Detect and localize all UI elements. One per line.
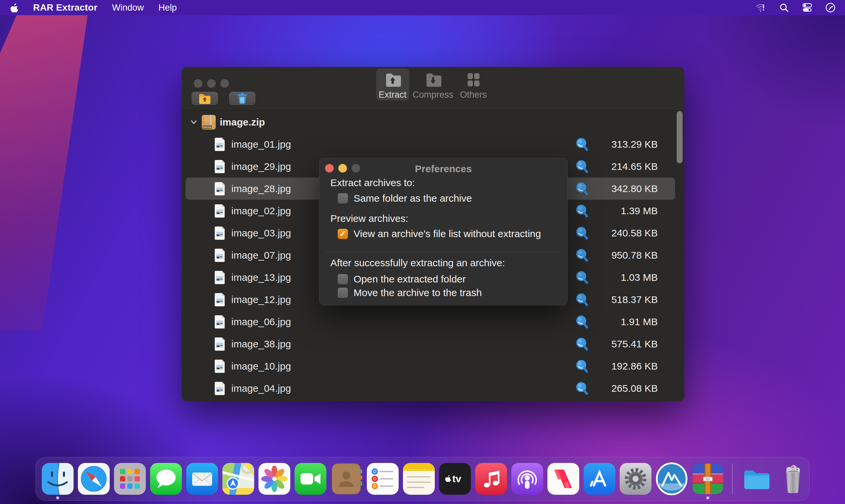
archive-name: image.zip bbox=[220, 116, 265, 128]
trash-blue-icon bbox=[237, 93, 247, 104]
file-row[interactable]: image_01.jpg 313.29 KB bbox=[186, 133, 675, 155]
tab-compress[interactable]: Compress bbox=[417, 69, 450, 100]
file-row[interactable]: image_06.jpg 1.91 MB bbox=[186, 311, 675, 333]
quicklook-icon[interactable] bbox=[575, 337, 589, 351]
dock-item-system-preferences[interactable] bbox=[619, 460, 652, 498]
dock-item-safari[interactable] bbox=[77, 460, 110, 498]
checkbox-same-folder[interactable] bbox=[338, 193, 348, 204]
file-size: 1.03 MB bbox=[595, 272, 658, 283]
section-extract-to-label: Extract archives to: bbox=[330, 177, 415, 188]
dock-item-reminders[interactable] bbox=[366, 460, 399, 498]
dock-item-apple-tv[interactable]: tv bbox=[438, 460, 472, 498]
checkbox-move-to-trash[interactable] bbox=[338, 288, 348, 298]
dock-item-contacts[interactable] bbox=[330, 460, 363, 498]
scrollbar-thumb[interactable] bbox=[677, 111, 683, 163]
quicklook-icon[interactable] bbox=[575, 315, 589, 329]
close-button[interactable] bbox=[194, 79, 203, 88]
dock-item-trash[interactable] bbox=[776, 460, 810, 498]
dock-item-app-store[interactable] bbox=[583, 460, 616, 498]
app-store-icon bbox=[583, 462, 616, 496]
quicklook-icon[interactable] bbox=[575, 381, 589, 395]
dock-item-mail[interactable] bbox=[186, 460, 219, 498]
messages-icon bbox=[149, 462, 182, 496]
dock-item-news[interactable] bbox=[547, 460, 580, 498]
quicklook-icon[interactable] bbox=[575, 204, 589, 218]
control-center-icon[interactable] bbox=[802, 2, 812, 13]
menu-bar: RAR Extractor Window Help bbox=[0, 0, 845, 15]
tab-extract[interactable]: Extract bbox=[376, 69, 409, 100]
file-row[interactable]: image_10.jpg 192.86 KB bbox=[186, 355, 675, 377]
tab-others[interactable]: Others bbox=[457, 69, 490, 100]
quicklook-icon[interactable] bbox=[575, 160, 589, 174]
folder-down-icon bbox=[424, 71, 442, 88]
file-size: 214.65 KB bbox=[595, 161, 658, 172]
apple-menu-icon[interactable] bbox=[10, 3, 19, 13]
file-size: 240.58 KB bbox=[595, 228, 658, 239]
menu-item-window[interactable]: Window bbox=[112, 3, 144, 13]
image-file-icon bbox=[214, 226, 226, 240]
quicklook-icon[interactable] bbox=[575, 248, 589, 262]
file-name: image_02.jpg bbox=[231, 205, 291, 217]
menu-app-name[interactable]: RAR Extractor bbox=[33, 2, 98, 13]
menu-item-help[interactable]: Help bbox=[158, 3, 177, 13]
image-file-icon bbox=[214, 337, 226, 352]
image-file-icon bbox=[214, 359, 226, 374]
dock-item-maps[interactable] bbox=[222, 460, 255, 498]
dock-item-messages[interactable] bbox=[149, 460, 182, 498]
quicklook-icon[interactable] bbox=[575, 138, 589, 151]
news-icon bbox=[547, 462, 580, 496]
checkbox-open-folder[interactable] bbox=[338, 274, 348, 285]
archive-row[interactable]: ARCHIVE image.zip bbox=[186, 111, 675, 133]
toolbar-tabs: Extract Compress Others bbox=[376, 69, 490, 100]
clock-icon[interactable] bbox=[825, 2, 836, 13]
finder-running-indicator bbox=[56, 497, 59, 499]
dock-item-podcasts[interactable] bbox=[511, 460, 544, 498]
option-same-folder[interactable]: Same folder as the archive bbox=[338, 193, 472, 204]
dock-item-finder[interactable] bbox=[41, 460, 74, 498]
chevron-down-icon[interactable] bbox=[190, 118, 198, 126]
dock-item-notes[interactable] bbox=[402, 460, 436, 498]
file-name: image_07.jpg bbox=[231, 250, 291, 261]
svg-text:tv: tv bbox=[452, 473, 461, 484]
quicklook-icon[interactable] bbox=[575, 182, 589, 196]
zoom-button[interactable] bbox=[221, 79, 229, 88]
quicklook-icon[interactable] bbox=[575, 293, 589, 307]
contacts-icon bbox=[330, 462, 363, 496]
trash-full-icon bbox=[776, 462, 810, 496]
file-name: image_04.jpg bbox=[231, 383, 291, 394]
checkbox-view-without-extracting[interactable] bbox=[338, 229, 348, 239]
dock-item-facetime[interactable] bbox=[294, 460, 327, 498]
quicklook-icon[interactable] bbox=[575, 271, 589, 285]
folder-icon bbox=[740, 462, 773, 496]
option-move-to-trash-label: Move the archive to the trash bbox=[354, 287, 482, 299]
mail-icon bbox=[186, 462, 219, 496]
extract-archive-button[interactable] bbox=[192, 92, 218, 105]
dock-item-rar-extractor[interactable] bbox=[691, 460, 724, 498]
file-row[interactable]: image_38.jpg 575.41 KB bbox=[186, 333, 675, 355]
file-row[interactable]: image_04.jpg 265.08 KB bbox=[186, 377, 675, 399]
dock-item-downloads-folder[interactable] bbox=[740, 460, 773, 498]
dock: tv bbox=[35, 457, 810, 501]
file-size: 518.37 KB bbox=[595, 294, 658, 305]
delete-archive-button[interactable] bbox=[229, 92, 256, 105]
option-view-without-extracting[interactable]: View an archive's file list without extr… bbox=[338, 228, 541, 239]
apple-tv-icon: tv bbox=[438, 462, 472, 496]
option-open-folder[interactable]: Open the extracted folder bbox=[338, 273, 466, 285]
preferences-dialog: Preferences Extract archives to: Same fo… bbox=[319, 158, 568, 305]
file-size: 342.80 KB bbox=[595, 183, 658, 194]
spotlight-search-icon[interactable] bbox=[779, 2, 789, 13]
file-size: 313.29 KB bbox=[595, 139, 658, 150]
option-view-without-extracting-label: View an archive's file list without extr… bbox=[354, 228, 541, 239]
minimize-button[interactable] bbox=[207, 79, 216, 88]
image-file-icon bbox=[214, 292, 226, 307]
dock-item-launchpad[interactable] bbox=[113, 460, 146, 498]
option-move-to-trash[interactable]: Move the archive to the trash bbox=[338, 287, 482, 299]
quicklook-icon[interactable] bbox=[575, 226, 589, 240]
dock-item-photos[interactable] bbox=[258, 460, 291, 498]
quicklook-icon[interactable] bbox=[575, 359, 589, 373]
finder-icon bbox=[41, 462, 74, 496]
grid-icon bbox=[464, 71, 483, 88]
dock-item-music[interactable] bbox=[475, 460, 508, 498]
dock-item-app-cleaner[interactable] bbox=[655, 460, 688, 498]
wifi-warning-icon[interactable] bbox=[756, 2, 766, 13]
